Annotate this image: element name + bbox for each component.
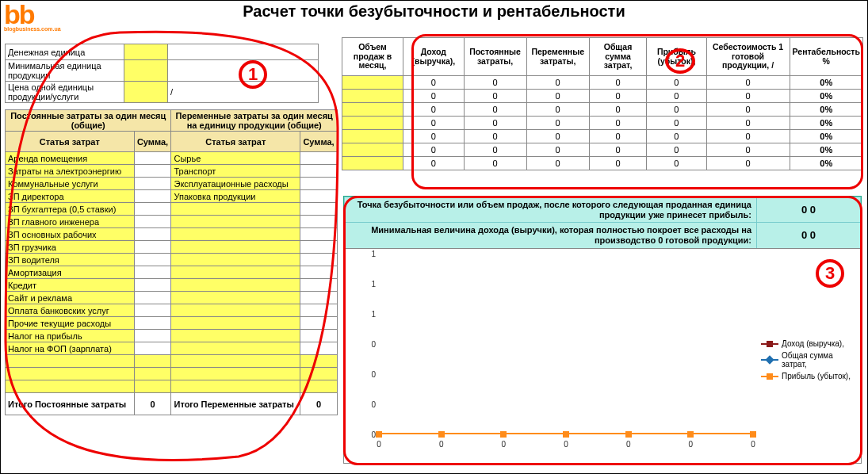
chart-legend: Доход (выручка), Общая сумма затрат, При… <box>761 336 856 384</box>
table-row: 0000000% <box>342 130 863 143</box>
table-cell: 0 <box>706 76 790 90</box>
param-label: Минимальная единица продукции <box>6 60 124 82</box>
table-cell[interactable] <box>342 76 403 90</box>
chart-ytick: 1 <box>347 310 376 319</box>
table-cell: 0 <box>589 157 646 170</box>
table-cell: 0% <box>790 117 862 130</box>
table-cell[interactable] <box>342 90 403 103</box>
page-title: Расчет точки безубыточности и рентабельн… <box>1 2 867 21</box>
sum-input[interactable] <box>134 203 171 216</box>
sum-input[interactable] <box>300 152 338 165</box>
table-cell: 0 <box>526 157 589 170</box>
sum-input[interactable] <box>134 152 171 165</box>
chart-xtick: 0 <box>751 440 755 449</box>
table-cell: 0 <box>526 130 589 143</box>
table-cell: 0 <box>403 117 465 130</box>
table-row: 0000000% <box>342 143 863 157</box>
param-unit <box>168 60 319 82</box>
table-cell: 0 <box>647 103 706 117</box>
var-header: Переменные затраты за один месяц на един… <box>171 110 338 132</box>
param-input[interactable] <box>124 82 168 103</box>
chart-ytick: 0 <box>347 340 376 349</box>
legend-item: Общая сумма затрат, <box>761 351 856 369</box>
summary-text-1: Минимальная величина дохода (выручки), к… <box>345 223 757 248</box>
fixed-item: Налог на прибыль <box>6 330 135 342</box>
table-cell[interactable] <box>342 117 403 130</box>
param-input[interactable] <box>124 60 168 82</box>
fixed-total-value: 0 <box>134 393 171 415</box>
table-cell: 0 <box>403 103 465 117</box>
param-row: Денежная единица <box>6 44 319 60</box>
table-row: 0000000% <box>342 103 863 117</box>
fixed-item: ЗП грузчика <box>6 241 135 254</box>
legend-swatch-icon <box>761 340 778 348</box>
table-row: 0000000% <box>342 157 863 170</box>
sum-input[interactable] <box>134 216 171 228</box>
results-table: Объем продаж в месяц, Доход (выручка), П… <box>342 37 863 170</box>
table-cell: 0 <box>647 143 706 157</box>
table-cell: 0 <box>647 90 706 103</box>
chart-marker-icon <box>563 431 569 438</box>
table-cell: 0 <box>464 143 526 157</box>
table-cell: 0 <box>589 143 646 157</box>
chart-ytick: 0 <box>347 370 376 379</box>
table-cell: 0 <box>647 117 706 130</box>
fixed-item: Коммунальные услуги <box>6 178 135 190</box>
rtop-h2: Постоянные затраты, <box>464 38 526 76</box>
summary-val-1: 0 0 <box>757 223 861 248</box>
var-item: Транспорт <box>171 165 300 178</box>
param-row: Цена одной единицы продукции/услуги / <box>6 82 319 103</box>
chart-marker-icon <box>438 431 445 438</box>
legend-label: Доход (выручка), <box>782 339 844 348</box>
table-cell: 0 <box>706 130 790 143</box>
table-cell[interactable] <box>342 130 403 143</box>
table-row: 0000000% <box>342 90 863 103</box>
fixed-item: Кредит <box>6 279 135 292</box>
sum-input[interactable] <box>300 178 338 190</box>
var-item: Сырье <box>171 152 300 165</box>
fixed-item: Аренда помещения <box>6 152 135 165</box>
var-item: Упаковка продукции <box>171 190 300 203</box>
var-total-value: 0 <box>300 393 338 415</box>
costs-table: Постоянные затраты за один месяц (общие)… <box>5 109 338 415</box>
chart-xtick: 0 <box>626 440 631 449</box>
param-unit <box>168 44 319 60</box>
table-cell: 0% <box>790 90 862 103</box>
table-cell: 0 <box>464 157 526 170</box>
sum-input[interactable] <box>134 165 171 178</box>
chart-xtick: 0 <box>502 440 507 449</box>
sum-input[interactable] <box>134 190 171 203</box>
chart-marker-icon <box>376 431 382 438</box>
table-cell: 0 <box>706 157 790 170</box>
param-input[interactable] <box>124 44 168 60</box>
table-cell: 0 <box>403 90 465 103</box>
rtop-h3: Переменные затраты, <box>526 38 589 76</box>
table-cell: 0 <box>647 157 706 170</box>
table-cell: 0 <box>464 103 526 117</box>
col-item: Статья затрат <box>6 132 135 152</box>
table-cell: 0 <box>647 130 706 143</box>
fixed-item: Прочие текущие расходы <box>6 317 135 330</box>
param-row: Минимальная единица продукции <box>6 60 319 82</box>
sum-input[interactable] <box>300 203 338 216</box>
table-cell[interactable] <box>342 103 403 117</box>
legend-swatch-icon <box>761 373 778 380</box>
sum-input[interactable] <box>300 190 338 203</box>
chart-ytick: 1 <box>347 280 376 289</box>
sum-input[interactable] <box>134 178 171 190</box>
page-root: bb blogbusiness.com.ua Расчет точки безу… <box>0 0 868 474</box>
table-cell: 0 <box>526 103 589 117</box>
table-cell: 0% <box>790 76 862 90</box>
table-cell: 0 <box>647 76 706 90</box>
table-cell: 0 <box>403 76 465 90</box>
fixed-item: Сайт и реклама <box>6 292 135 304</box>
rtop-h5: Прибыль (убыток), <box>647 38 706 76</box>
left-panel: Денежная единица Минимальная единица про… <box>5 44 338 415</box>
chart-xtick: 0 <box>377 440 381 449</box>
table-cell[interactable] <box>342 143 403 157</box>
sum-input[interactable] <box>300 165 338 178</box>
table-cell[interactable] <box>342 157 403 170</box>
col-item: Статья затрат <box>171 132 300 152</box>
chart-ytick: 0 <box>347 430 376 439</box>
table-cell: 0 <box>706 143 790 157</box>
